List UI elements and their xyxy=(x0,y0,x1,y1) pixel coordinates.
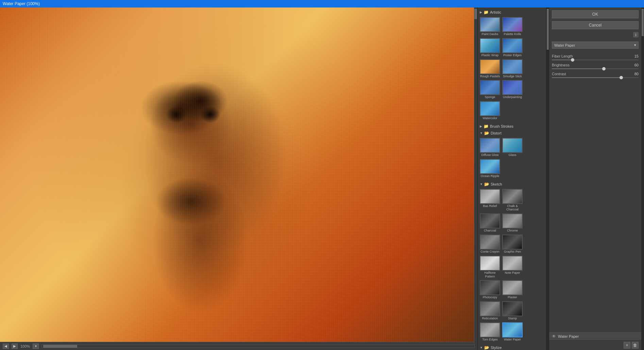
filter-item-plastic-wrap[interactable]: Plastic Wrap xyxy=(479,37,501,58)
label-underpainting: Underpainting xyxy=(503,95,522,99)
thumb-stamp xyxy=(502,301,523,316)
artistic-grid: Paint Daubs Palette Knife Plastic Wrap xyxy=(479,16,545,123)
thumb-torn-edges xyxy=(480,322,500,337)
delete-layer-effect-btn[interactable]: 🗑 xyxy=(632,342,639,349)
label-paint-daubs: Paint Daubs xyxy=(481,32,498,36)
canvas-scrollbar-vertical[interactable] xyxy=(474,7,477,347)
selected-filter-name: Water Paper xyxy=(554,43,575,47)
thumb-photocopy xyxy=(480,280,500,295)
canvas-bottom-bar: ◀ ▶ 100% ▾ xyxy=(0,342,477,350)
filter-item-watercolor[interactable]: Watercolor xyxy=(479,100,501,121)
zoom-level: 100% xyxy=(20,344,30,348)
settings-sliders: Fiber Length 15 Brightness 60 xyxy=(549,51,641,83)
brightness-fill xyxy=(552,68,604,69)
label-watercolor: Watercolor xyxy=(482,116,497,120)
filter-item-torn-edges[interactable]: Torn Edges xyxy=(479,322,501,342)
filter-item-smudge-stick[interactable]: Smudge Stick xyxy=(502,59,523,79)
sketch-grid: Bas Relief Chalk & Charcoal Charcoal xyxy=(479,188,545,344)
filter-item-halftone[interactable]: Halftone Pattern xyxy=(479,255,501,279)
filter-item-glass[interactable]: Glass xyxy=(502,137,523,158)
arrow-distort: ▼ xyxy=(480,131,483,135)
settings-top: OK Cancel ℹ Water Paper ▾ xyxy=(549,7,641,51)
section-header-artistic[interactable]: ▶ 📁 Artistic xyxy=(479,9,545,16)
section-header-brush[interactable]: ▶ 📁 Brush Strokes xyxy=(479,123,545,130)
right-panel-scrollbar[interactable] xyxy=(641,7,644,350)
thumb-water-paper xyxy=(502,322,523,337)
filter-item-bas-relief[interactable]: Bas Relief xyxy=(479,188,501,212)
section-label-stylize: Stylize xyxy=(491,346,502,350)
thumb-bas-relief xyxy=(480,189,500,204)
label-stamp: Stamp xyxy=(508,317,517,320)
fiber-length-value: 15 xyxy=(625,54,639,58)
label-diffuse-glow: Diffuse Glow xyxy=(481,153,499,157)
layer-effect-water-paper: 👁 Water Paper xyxy=(549,333,641,340)
fiber-length-row: Fiber Length 15 xyxy=(552,54,639,58)
section-header-stylize[interactable]: ▼ 📂 Stylize xyxy=(479,344,545,350)
layer-effects: 👁 Water Paper + 🗑 xyxy=(549,332,641,350)
cancel-button[interactable]: Cancel xyxy=(552,21,639,29)
filter-item-photocopy[interactable]: Photocopy xyxy=(479,280,501,300)
thumb-poster-edges xyxy=(502,38,523,53)
settings-spacer xyxy=(549,83,641,332)
label-smudge-stick: Smudge Stick xyxy=(503,75,522,78)
thumb-note-paper xyxy=(502,256,523,271)
brightness-track[interactable] xyxy=(552,68,639,69)
filter-item-plaster[interactable]: Plaster xyxy=(502,280,523,300)
fiber-length-thumb[interactable] xyxy=(571,58,574,62)
contrast-thumb[interactable] xyxy=(620,76,623,79)
gallery-scrollbar-thumb[interactable] xyxy=(547,9,549,50)
label-note-paper: Note Paper xyxy=(505,271,520,275)
filter-item-paint-daubs[interactable]: Paint Daubs xyxy=(479,16,501,37)
nav-left-btn[interactable]: ◀ xyxy=(3,344,9,349)
filter-item-reticulation[interactable]: Reticulation xyxy=(479,301,501,321)
filter-item-graphic-pen[interactable]: Graphic Pen xyxy=(502,234,523,254)
filter-item-sponge[interactable]: Sponge xyxy=(479,79,501,100)
title-text: Water Paper (100%) xyxy=(3,1,40,6)
filter-item-rough-pastels[interactable]: Rough Pastels xyxy=(479,59,501,79)
label-halftone: Halftone Pattern xyxy=(480,271,500,279)
filter-item-note-paper[interactable]: Note Paper xyxy=(502,255,523,279)
filter-item-water-paper[interactable]: Water Paper xyxy=(502,322,523,342)
filter-item-chalk-charcoal[interactable]: Chalk & Charcoal xyxy=(502,188,523,212)
arrow-sketch: ▼ xyxy=(480,182,483,186)
label-glass: Glass xyxy=(508,153,516,157)
filter-item-stamp[interactable]: Stamp xyxy=(502,301,523,321)
label-graphic-pen: Graphic Pen xyxy=(504,250,521,254)
filter-gallery: ▶ 📁 Artistic Paint Daubs Palette Knife xyxy=(478,7,549,350)
filter-scroll[interactable]: ▶ 📁 Artistic Paint Daubs Palette Knife xyxy=(478,7,546,350)
nav-right-btn[interactable]: ▶ xyxy=(12,344,18,349)
visibility-icon[interactable]: 👁 xyxy=(552,334,556,339)
filter-item-diffuse-glow[interactable]: Diffuse Glow xyxy=(479,137,501,158)
filter-item-conte-crayon[interactable]: Conte Crayon xyxy=(479,234,501,254)
brightness-thumb[interactable] xyxy=(602,67,606,70)
filter-item-underpainting[interactable]: Underpainting xyxy=(502,79,523,100)
fiber-length-fill xyxy=(552,60,573,60)
scrollbar-thumb-v[interactable] xyxy=(474,9,477,19)
contrast-value: 80 xyxy=(625,72,639,76)
scrollbar-thumb-h[interactable] xyxy=(43,345,77,348)
section-header-distort[interactable]: ▼ 📂 Distort xyxy=(479,130,545,137)
filter-item-palette-knife[interactable]: Palette Knife xyxy=(502,16,523,37)
filter-item-charcoal[interactable]: Charcoal xyxy=(479,213,501,233)
right-scrollbar-thumb[interactable] xyxy=(642,9,644,36)
section-header-sketch[interactable]: ▼ 📂 Sketch xyxy=(479,181,545,188)
filter-item-chrome[interactable]: Chrome xyxy=(502,213,523,233)
add-layer-effect-btn[interactable]: + xyxy=(624,342,630,349)
filter-name-dropdown[interactable]: Water Paper ▾ xyxy=(552,42,639,49)
label-chrome: Chrome xyxy=(507,229,518,233)
contrast-track[interactable] xyxy=(552,77,639,78)
fiber-length-label: Fiber Length xyxy=(552,54,573,58)
fiber-length-track[interactable] xyxy=(552,60,639,60)
filter-item-poster-edges[interactable]: Poster Edges xyxy=(502,37,523,58)
ok-button[interactable]: OK xyxy=(552,10,639,18)
info-icon[interactable]: ℹ xyxy=(633,32,639,37)
filter-item-ocean-ripple[interactable]: Ocean Ripple xyxy=(479,158,501,179)
label-plastic-wrap: Plastic Wrap xyxy=(481,53,498,57)
zoom-options-btn[interactable]: ▾ xyxy=(33,344,39,349)
thumb-sponge xyxy=(480,80,500,95)
label-photocopy: Photocopy xyxy=(483,296,497,299)
gallery-scrollbar[interactable] xyxy=(546,7,549,350)
folder-artistic: 📁 xyxy=(484,10,489,15)
thumb-rough-pastels xyxy=(480,59,500,74)
brightness-label: Brightness xyxy=(552,63,570,67)
